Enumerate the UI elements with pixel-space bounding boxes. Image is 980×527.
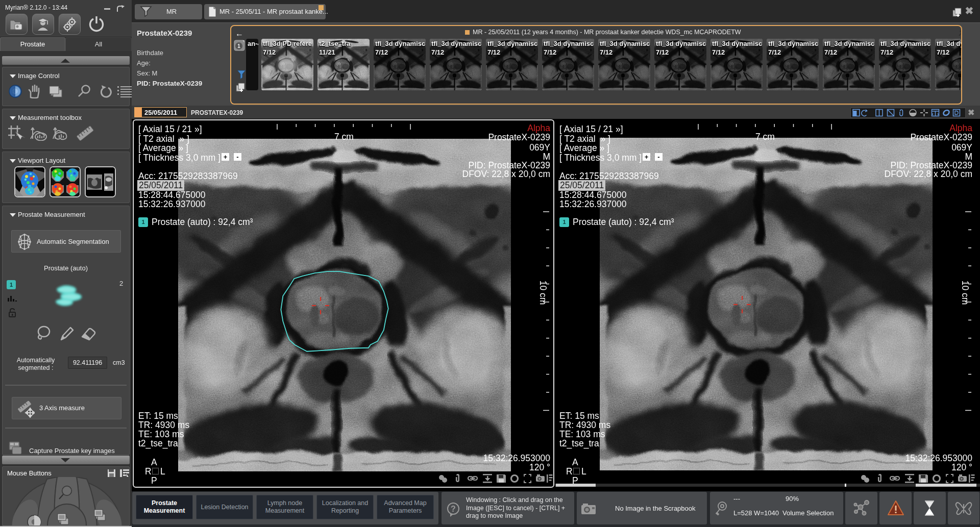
- svg-text:?: ?: [451, 505, 456, 513]
- svg-text:1: 1: [237, 43, 240, 49]
